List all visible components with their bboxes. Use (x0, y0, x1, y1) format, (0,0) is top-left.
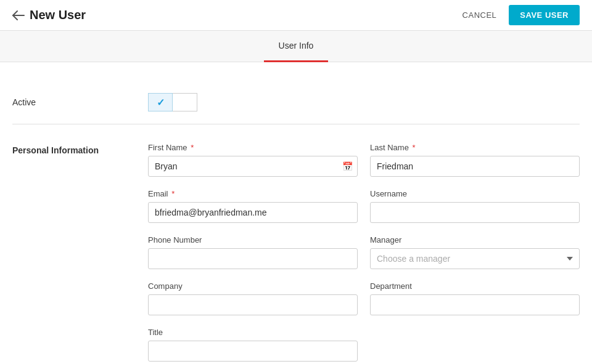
department-input[interactable] (370, 294, 580, 315)
last-name-input[interactable] (370, 156, 580, 177)
cancel-button[interactable]: CANCEL (455, 6, 504, 25)
first-name-group: First Name * 📅 (148, 143, 358, 177)
first-name-input[interactable] (148, 156, 358, 177)
save-user-button[interactable]: SAVE USER (509, 5, 580, 25)
active-toggle[interactable]: ✓ (148, 93, 197, 111)
page-title: New User (30, 8, 86, 22)
username-group: Username (370, 189, 580, 223)
active-label: Active (12, 97, 148, 107)
phone-label: Phone Number (148, 235, 358, 245)
manager-group: Manager Choose a manager (370, 235, 580, 269)
manager-label: Manager (370, 235, 580, 245)
active-section: Active ✓ (12, 81, 580, 124)
email-required: * (170, 189, 175, 198)
content-area: Active ✓ Personal Information First Name… (0, 62, 592, 364)
department-group: Department (370, 281, 580, 315)
page-header: New User CANCEL SAVE USER (0, 0, 592, 31)
toggle-inactive-side[interactable] (173, 93, 197, 111)
section-title: Personal Information (12, 143, 148, 364)
company-department-row: Company Department (148, 281, 580, 315)
company-input[interactable] (148, 294, 358, 315)
department-label: Department (370, 281, 580, 291)
manager-select[interactable]: Choose a manager (370, 248, 580, 269)
tab-user-info[interactable]: User Info (264, 31, 329, 62)
phone-group: Phone Number (148, 235, 358, 269)
toggle-active-side[interactable]: ✓ (148, 93, 173, 111)
first-name-input-wrapper: 📅 (148, 156, 358, 177)
username-label: Username (370, 189, 580, 198)
company-group: Company (148, 281, 358, 315)
back-button[interactable] (12, 10, 25, 20)
title-spacer (370, 328, 580, 362)
first-name-required: * (189, 143, 194, 152)
title-row: Title (148, 328, 580, 362)
name-row: First Name * 📅 Last Name * (148, 143, 580, 177)
email-group: Email * (148, 189, 358, 223)
header-left: New User (12, 8, 86, 22)
company-label: Company (148, 281, 358, 291)
header-actions: CANCEL SAVE USER (455, 5, 580, 25)
title-input[interactable] (148, 341, 358, 362)
personal-info-section: Personal Information First Name * 📅 Last… (12, 124, 580, 364)
title-group: Title (148, 328, 358, 362)
last-name-group: Last Name * (370, 143, 580, 177)
phone-input[interactable] (148, 248, 358, 269)
email-label: Email * (148, 189, 358, 198)
email-input[interactable] (148, 202, 358, 223)
calendar-icon: 📅 (342, 161, 353, 171)
title-label: Title (148, 328, 358, 337)
last-name-required: * (410, 143, 416, 152)
first-name-label: First Name * (148, 143, 358, 152)
username-input[interactable] (370, 202, 580, 223)
tabs-bar: User Info (0, 31, 592, 62)
email-username-row: Email * Username (148, 189, 580, 223)
form-fields: First Name * 📅 Last Name * (148, 143, 580, 364)
phone-manager-row: Phone Number Manager Choose a manager (148, 235, 580, 269)
last-name-label: Last Name * (370, 143, 580, 152)
check-icon: ✓ (157, 97, 165, 108)
